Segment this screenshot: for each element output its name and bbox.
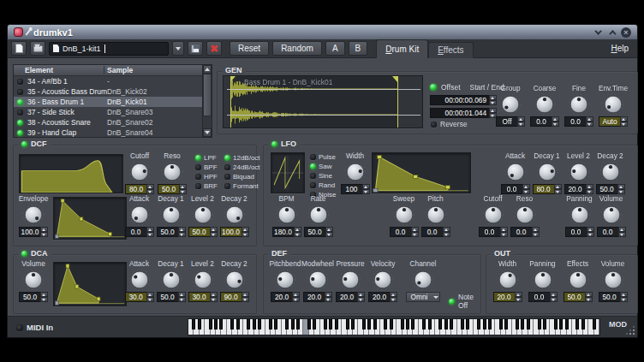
piano-key-black[interactable] [428, 319, 432, 329]
new-preset-button[interactable] [11, 41, 27, 56]
panning-value[interactable]: 0.0 [528, 292, 550, 302]
reso-knob[interactable] [161, 161, 183, 183]
attack-field[interactable]: 30.0 [125, 292, 154, 302]
scroll-down-button[interactable] [203, 128, 212, 137]
envelope-value[interactable]: 100.0 [19, 227, 40, 237]
filter-type-lpf[interactable]: LPF [195, 154, 218, 162]
filter-type-brf[interactable]: BRF [195, 182, 218, 190]
reso-knob[interactable] [514, 204, 536, 226]
decay-1-knob[interactable] [536, 161, 558, 183]
pitch-field[interactable]: 0.0 [421, 227, 450, 237]
open-preset-button[interactable] [30, 41, 45, 56]
sample-waveform[interactable]: Bass Drum 1 - DnB_Kick01 [223, 75, 423, 128]
filter-type-bpf[interactable]: BPF [195, 163, 218, 171]
filter-slope-biquad[interactable]: Biquad [224, 173, 260, 181]
sweep-value[interactable]: 0.0 [390, 227, 411, 237]
spin-down[interactable] [242, 232, 249, 237]
spin-down[interactable] [178, 297, 186, 302]
dca-envelope-graph[interactable] [53, 262, 127, 306]
piano-key-black[interactable] [504, 319, 508, 329]
decay-2-field[interactable]: 100.0 [220, 227, 249, 237]
spin-down[interactable] [325, 232, 333, 237]
piano-key-black[interactable] [313, 319, 316, 329]
attack-value[interactable]: 0.0 [501, 184, 522, 194]
coarse-knob[interactable] [534, 93, 556, 116]
pitch-value[interactable]: 0.0 [421, 227, 443, 237]
piano-key-black[interactable] [324, 319, 327, 329]
reso-field[interactable]: 50.0 [158, 184, 187, 194]
lfo-shape-rand[interactable]: Rand [310, 181, 336, 189]
piano-key-black[interactable] [219, 319, 223, 329]
level-2-knob[interactable] [192, 204, 214, 226]
rate-value[interactable]: 50.0 [304, 227, 325, 237]
width-field[interactable]: 20.0 [493, 292, 522, 302]
piano-key-black[interactable] [516, 319, 519, 329]
env-time-field[interactable]: Auto [599, 116, 628, 127]
decay-1-knob[interactable] [160, 204, 182, 226]
volume-field[interactable]: 50.0 [599, 292, 628, 302]
element-row[interactable]: 38 - Acoustic SnareDnB_Snare02 [14, 117, 202, 128]
modwheel-value[interactable]: 20.0 [303, 292, 325, 302]
piano-key-black[interactable] [296, 319, 300, 329]
coarse-value[interactable]: 0.0 [530, 116, 552, 127]
volume-value[interactable]: 0.0 [597, 227, 618, 237]
decay-2-field[interactable]: 90.0 [220, 292, 249, 302]
decay-1-value[interactable]: 50.0 [157, 292, 178, 302]
piano-key-black[interactable] [236, 319, 240, 329]
piano-key-black[interactable] [461, 319, 464, 329]
filter-slope-24db-oct[interactable]: 24dB/oct [224, 163, 260, 171]
rate-knob[interactable] [307, 204, 330, 226]
attack-field[interactable]: 0.0 [501, 184, 530, 194]
piano-key-black[interactable] [527, 319, 530, 329]
pressure-value[interactable]: 20.0 [336, 292, 357, 302]
attack-knob[interactable] [128, 204, 151, 226]
level-2-field[interactable]: 20.0 [564, 184, 593, 194]
level-2-value[interactable]: 50.0 [188, 227, 210, 237]
fine-value[interactable]: 0.0 [564, 116, 586, 127]
minimize-button[interactable] [594, 27, 601, 34]
scroll-up-button[interactable] [203, 65, 212, 74]
spin-down[interactable] [552, 122, 559, 127]
attack-field[interactable]: 0.0 [125, 227, 154, 237]
spin-down[interactable] [554, 189, 562, 194]
lfo-wave-display[interactable] [271, 152, 305, 193]
piano-key-black[interactable] [335, 319, 338, 329]
width-knob[interactable] [497, 269, 519, 291]
pitchbend-knob[interactable] [274, 269, 296, 291]
decay-1-value[interactable]: 50.0 [157, 227, 178, 237]
width-field[interactable]: 100 [341, 184, 370, 194]
piano-key-black[interactable] [488, 319, 492, 329]
piano-key-black[interactable] [253, 319, 256, 329]
a-button[interactable]: A [325, 41, 345, 56]
piano-key-black[interactable] [466, 319, 469, 329]
piano-key-black[interactable] [401, 319, 404, 329]
piano-key-black[interactable] [258, 319, 261, 329]
spin-down[interactable] [40, 297, 48, 302]
bpm-field[interactable]: 180.0 [272, 227, 301, 237]
save-preset-button[interactable] [188, 41, 203, 56]
env-time-knob[interactable] [602, 93, 624, 116]
decay-2-field[interactable]: 50.0 [596, 184, 625, 194]
fine-knob[interactable] [568, 93, 590, 116]
list-header[interactable]: Element Sample [14, 65, 212, 76]
volume-knob[interactable] [600, 204, 623, 226]
cutoff-knob[interactable] [128, 161, 151, 183]
spin-down[interactable] [587, 232, 594, 237]
spin-down[interactable] [618, 232, 626, 237]
cutoff-value[interactable]: 80.0 [125, 184, 146, 194]
offset-end-field[interactable]: 00:00:01.044 [430, 108, 497, 118]
rate-field[interactable]: 50.0 [304, 227, 333, 237]
column-sample[interactable]: Sample [107, 66, 133, 74]
spin-down[interactable] [586, 122, 593, 127]
piano-key-black[interactable] [247, 319, 250, 329]
spin-down[interactable] [390, 297, 397, 302]
spin-down[interactable] [357, 297, 365, 302]
width-value[interactable]: 100 [341, 184, 362, 194]
effects-knob[interactable] [567, 269, 589, 291]
width-value[interactable]: 20.0 [493, 292, 515, 302]
pitch-knob[interactable] [425, 204, 447, 226]
pitchbend-field[interactable]: 20.0 [271, 292, 300, 302]
piano-key-black[interactable] [285, 319, 289, 329]
fine-field[interactable]: 0.0 [564, 116, 593, 127]
effects-field[interactable]: 50.0 [564, 292, 593, 302]
